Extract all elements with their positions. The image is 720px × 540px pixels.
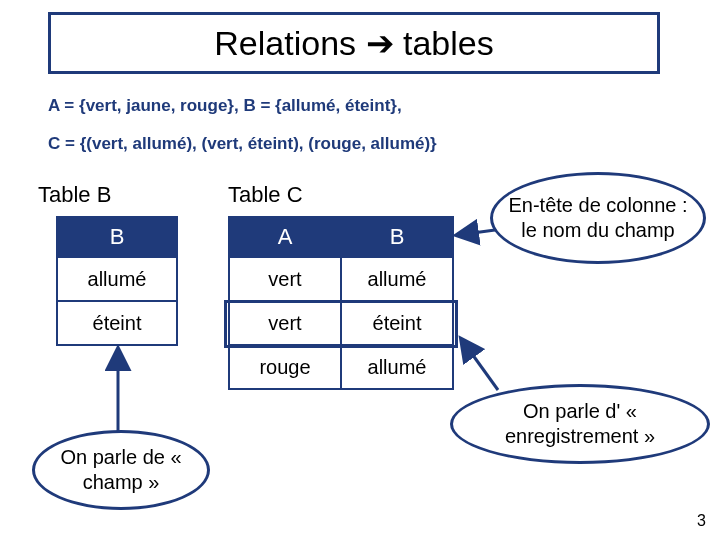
table-b-header: B	[57, 217, 177, 257]
callout-record: On parle d' « enregistrement »	[450, 384, 710, 464]
table-b-cell: éteint	[57, 301, 177, 345]
callout-text: On parle de « champ »	[43, 445, 199, 495]
table-c-cell: rouge	[229, 345, 341, 389]
table-row: vert éteint	[229, 301, 453, 345]
table-row: A B	[229, 217, 453, 257]
table-b-label: Table B	[38, 182, 111, 208]
svg-line-3	[462, 340, 498, 390]
table-b: B allumé éteint	[56, 216, 178, 346]
slide-title-box: Relations ➔ tables	[48, 12, 660, 74]
callout-column-header: En-tête de colonne : le nom du champ	[490, 172, 706, 264]
table-c-header-a: A	[229, 217, 341, 257]
table-row: rouge allumé	[229, 345, 453, 389]
definition-line-1: A = {vert, jaune, rouge}, B = {allumé, é…	[48, 96, 402, 116]
callout-text: En-tête de colonne : le nom du champ	[501, 193, 695, 243]
svg-line-2	[458, 230, 495, 235]
table-c-cell: allumé	[341, 257, 453, 301]
table-c-cell: vert	[229, 257, 341, 301]
table-c-header-b: B	[341, 217, 453, 257]
table-c-cell: éteint	[341, 301, 453, 345]
table-c-cell: vert	[229, 301, 341, 345]
page-number: 3	[697, 512, 706, 530]
table-row: B	[57, 217, 177, 257]
table-c-cell: allumé	[341, 345, 453, 389]
slide-title: Relations ➔ tables	[214, 23, 493, 63]
table-c-label: Table C	[228, 182, 303, 208]
table-c: A B vert allumé vert éteint rouge allumé	[228, 216, 454, 390]
table-row: vert allumé	[229, 257, 453, 301]
table-b-cell: allumé	[57, 257, 177, 301]
callout-field: On parle de « champ »	[32, 430, 210, 510]
table-row: éteint	[57, 301, 177, 345]
definition-line-2: C = {(vert, allumé), (vert, éteint), (ro…	[48, 134, 437, 154]
callout-text: On parle d' « enregistrement »	[461, 399, 699, 449]
table-row: allumé	[57, 257, 177, 301]
